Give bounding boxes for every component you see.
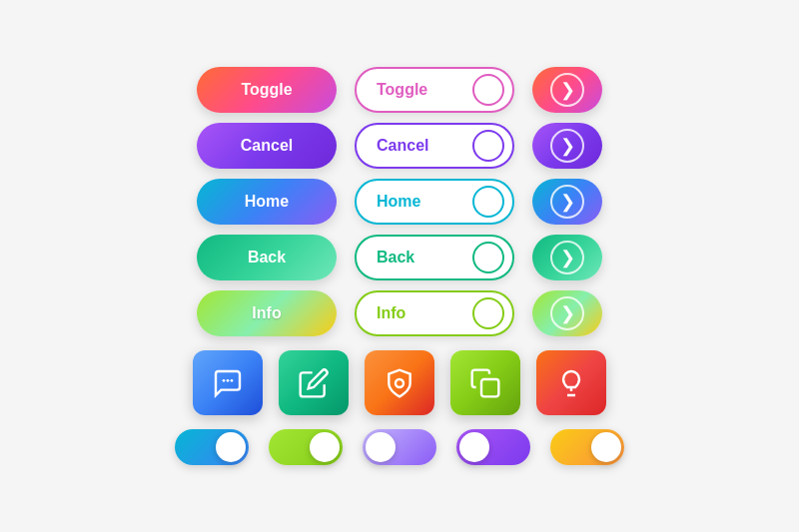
toggle-outline-circle xyxy=(472,74,504,106)
home-solid-button[interactable]: Home xyxy=(197,179,337,225)
back-arrow-button[interactable]: ❯ xyxy=(532,235,602,280)
copy-icon xyxy=(469,367,501,399)
toggle-outline-label: Toggle xyxy=(377,81,427,99)
toggle-row: Toggle Toggle ❯ xyxy=(197,67,602,113)
chat-icon-button[interactable] xyxy=(193,350,263,415)
copy-icon-button[interactable] xyxy=(450,350,520,415)
toggle-arrow-icon: ❯ xyxy=(550,73,584,107)
toggle-switch-5[interactable] xyxy=(550,429,624,465)
toggle-switch-2[interactable] xyxy=(269,429,343,465)
back-solid-button[interactable]: Back xyxy=(197,235,337,280)
svg-point-1 xyxy=(227,379,230,382)
toggle-knob-5 xyxy=(591,432,621,462)
toggle-outline-button[interactable]: Toggle xyxy=(355,67,514,113)
toggle-switch-3[interactable] xyxy=(363,429,436,465)
edit-icon xyxy=(298,367,330,399)
cancel-outline-button[interactable]: Cancel xyxy=(355,123,514,169)
toggle-knob-2 xyxy=(310,432,340,462)
edit-icon-button[interactable] xyxy=(279,350,349,415)
toggle-switch-1[interactable] xyxy=(175,429,249,465)
home-outline-label: Home xyxy=(377,193,420,211)
shield-icon xyxy=(384,367,415,399)
bulb-icon-button[interactable] xyxy=(536,350,606,415)
back-outline-button[interactable]: Back xyxy=(355,235,514,280)
back-row: Back Back ❯ xyxy=(197,235,602,280)
back-arrow-icon: ❯ xyxy=(550,241,584,274)
chat-icon xyxy=(212,367,244,399)
cancel-arrow-icon: ❯ xyxy=(550,129,584,163)
svg-point-2 xyxy=(231,379,234,382)
cancel-solid-button[interactable]: Cancel xyxy=(197,123,337,169)
info-arrow-icon: ❯ xyxy=(550,296,584,330)
info-arrow-button[interactable]: ❯ xyxy=(532,290,602,336)
back-outline-circle xyxy=(472,242,504,273)
cancel-arrow-button[interactable]: ❯ xyxy=(532,123,602,169)
cancel-row: Cancel Cancel ❯ xyxy=(197,123,602,169)
toggle-arrow-button[interactable]: ❯ xyxy=(532,67,602,113)
svg-point-0 xyxy=(223,379,226,382)
info-outline-label: Info xyxy=(377,304,405,322)
toggle-solid-button[interactable]: Toggle xyxy=(197,67,337,113)
shield-icon-button[interactable] xyxy=(365,350,434,415)
info-solid-button[interactable]: Info xyxy=(197,290,337,336)
home-outline-circle xyxy=(472,186,504,218)
toggle-knob-1 xyxy=(216,432,246,462)
toggle-knob-4 xyxy=(459,432,489,462)
home-outline-button[interactable]: Home xyxy=(355,179,514,225)
svg-point-3 xyxy=(396,379,403,387)
info-row: Info Info ❯ xyxy=(197,290,602,336)
main-container: Toggle Toggle ❯ Cancel Cancel ❯ Home Hom… xyxy=(155,47,644,485)
toggle-switch-4[interactable] xyxy=(456,429,530,465)
home-arrow-button[interactable]: ❯ xyxy=(532,179,602,225)
bulb-icon xyxy=(555,367,587,399)
cancel-outline-circle xyxy=(472,130,504,162)
info-outline-circle xyxy=(472,297,504,329)
home-arrow-icon: ❯ xyxy=(550,185,584,219)
info-outline-button[interactable]: Info xyxy=(355,290,514,336)
back-outline-label: Back xyxy=(377,249,414,266)
icon-buttons-row xyxy=(193,350,606,415)
toggle-switches-row xyxy=(175,429,624,465)
toggle-knob-3 xyxy=(366,432,396,462)
svg-rect-4 xyxy=(481,379,498,396)
cancel-outline-label: Cancel xyxy=(377,137,428,155)
home-row: Home Home ❯ xyxy=(197,179,602,225)
